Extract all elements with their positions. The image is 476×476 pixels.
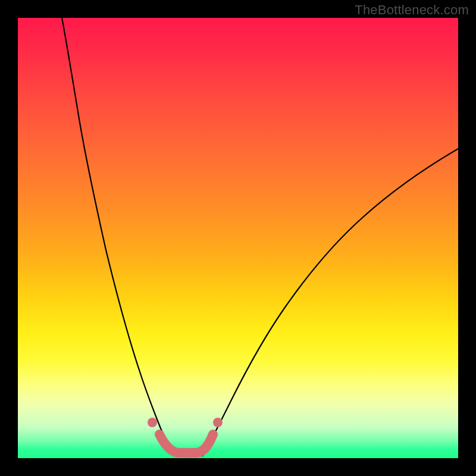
plot-area — [18, 18, 458, 458]
right-marker-dot — [213, 418, 223, 427]
left-curve-line — [62, 18, 177, 456]
chart-container: TheBottleneck.com — [0, 0, 476, 476]
right-curve-line — [202, 149, 458, 456]
left-marker-dot — [148, 418, 157, 427]
bottom-highlight-segment — [159, 434, 213, 453]
plot-svg — [18, 18, 458, 458]
watermark-text: TheBottleneck.com — [355, 2, 469, 18]
